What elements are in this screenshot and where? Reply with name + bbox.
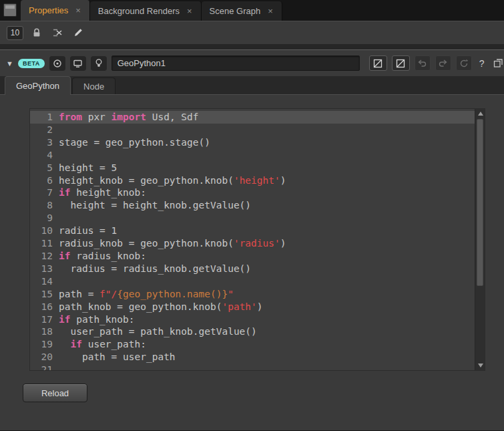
toggle-range-b-button[interactable] xyxy=(392,55,410,71)
close-icon[interactable]: × xyxy=(75,6,81,15)
tab-scene-graph[interactable]: Scene Graph × xyxy=(202,1,282,21)
target-icon xyxy=(53,59,62,68)
undo-arrow-icon xyxy=(417,59,427,67)
tab-background-renders[interactable]: Background Renders × xyxy=(90,1,202,21)
code-line[interactable]: 2 xyxy=(30,124,475,136)
tab-label: Background Renders xyxy=(98,6,180,16)
pane-menu-icon[interactable] xyxy=(3,3,17,17)
undo-button[interactable] xyxy=(415,55,431,71)
line-number: 20 xyxy=(30,351,53,364)
code-line[interactable]: 6height_knob = geo_python.knob('height') xyxy=(30,174,475,187)
geopython-node-panel: ▼ BETA xyxy=(0,49,504,431)
line-content: radius_knob = geo_python.knob('radius') xyxy=(59,237,286,250)
line-number: 18 xyxy=(30,325,53,338)
tab-label: Properties xyxy=(29,5,68,15)
lock-button[interactable] xyxy=(29,25,44,40)
line-number: 16 xyxy=(30,301,53,313)
redo-button[interactable] xyxy=(435,55,451,71)
code-line[interactable]: 20 path = user_path xyxy=(30,351,475,364)
code-editor[interactable]: 1from pxr import Usd, Sdf2 3stage = geo_… xyxy=(29,108,485,371)
code-line[interactable]: 7if height_knob: xyxy=(30,186,475,199)
lock-icon xyxy=(31,27,42,38)
line-number: 9 xyxy=(30,212,53,225)
center-node-button[interactable] xyxy=(49,56,65,71)
code-line[interactable]: 9 xyxy=(30,212,475,225)
line-content: stage = geo_python.stage() xyxy=(59,136,210,149)
monitor-icon xyxy=(73,59,83,68)
code-line[interactable]: 4 xyxy=(30,149,475,162)
line-number: 4 xyxy=(30,149,53,162)
scroll-thumb[interactable] xyxy=(477,119,483,286)
properties-toolbar: 10 xyxy=(0,21,504,44)
code-line[interactable]: 21 xyxy=(30,364,475,371)
code-line[interactable]: 17if path_knob: xyxy=(30,313,475,326)
tab-label: GeoPython xyxy=(16,81,59,91)
collapse-arrow-icon[interactable]: ▼ xyxy=(6,59,13,67)
code-line[interactable]: 13 radius = radius_knob.getValue() xyxy=(30,263,475,275)
diagonal-square-icon xyxy=(373,59,383,68)
lightbulb-icon xyxy=(94,58,103,68)
pane-tab-bar: Properties × Background Renders × Scene … xyxy=(0,0,504,21)
code-line[interactable]: 15path = f"/{geo_python.name()}" xyxy=(30,288,475,301)
code-line[interactable]: 14 xyxy=(30,275,475,288)
close-icon[interactable]: × xyxy=(186,7,193,15)
line-content: if user_path: xyxy=(59,338,146,351)
scroll-down-icon[interactable] xyxy=(475,361,485,370)
editor-scrollbar[interactable] xyxy=(475,109,485,370)
redo-arrow-icon xyxy=(438,59,448,67)
code-line[interactable]: 18 user_path = path_knob.getValue() xyxy=(30,325,475,338)
line-content xyxy=(59,124,65,136)
tab-properties[interactable]: Properties × xyxy=(21,0,90,21)
line-number: 7 xyxy=(30,186,53,199)
screen-button[interactable] xyxy=(70,56,86,71)
code-lines: 1from pxr import Usd, Sdf2 3stage = geo_… xyxy=(30,111,475,371)
toggle-range-a-button[interactable] xyxy=(369,55,387,71)
help-button[interactable]: ? xyxy=(477,58,487,69)
line-content: if radius_knob: xyxy=(59,250,146,263)
code-line[interactable]: 8 height = height_knob.getValue() xyxy=(30,199,475,212)
max-panels-input[interactable]: 10 xyxy=(7,26,23,40)
line-number: 21 xyxy=(30,364,53,371)
line-number: 3 xyxy=(30,136,53,149)
node-panel-tabs: GeoPython Node xyxy=(0,76,504,95)
line-content: path_knob = geo_python.knob('path') xyxy=(59,301,263,313)
code-line[interactable]: 3stage = geo_python.stage() xyxy=(30,136,475,149)
node-name-input[interactable] xyxy=(111,55,360,71)
line-number: 15 xyxy=(30,288,53,301)
revert-button[interactable] xyxy=(456,55,472,71)
float-panel-button[interactable] xyxy=(492,57,504,70)
code-line[interactable]: 12if radius_knob: xyxy=(30,250,475,263)
tab-geopython[interactable]: GeoPython xyxy=(5,76,71,95)
line-content: user_path = path_knob.getValue() xyxy=(59,325,257,338)
lightbulb-button[interactable] xyxy=(91,56,107,71)
line-number: 11 xyxy=(30,237,53,250)
line-number: 19 xyxy=(30,338,53,351)
code-line[interactable]: 16path_knob = geo_python.knob('path') xyxy=(30,301,475,313)
tab-node[interactable]: Node xyxy=(72,78,115,94)
node-panel-header: ▼ BETA xyxy=(0,50,504,76)
line-number: 13 xyxy=(30,263,53,275)
close-all-panels-button[interactable] xyxy=(50,25,65,40)
pencil-icon xyxy=(73,27,83,38)
line-content: height_knob = geo_python.knob('height') xyxy=(59,174,286,187)
beta-badge: BETA xyxy=(18,59,45,68)
line-content: radius = radius_knob.getValue() xyxy=(59,263,251,275)
reload-button[interactable]: Reload xyxy=(23,384,87,402)
code-line[interactable]: 11radius_knob = geo_python.knob('radius'… xyxy=(30,237,475,250)
code-line[interactable]: 19 if user_path: xyxy=(30,338,475,351)
separator xyxy=(0,44,504,49)
node-panel-body: 1from pxr import Usd, Sdf2 3stage = geo_… xyxy=(0,95,504,430)
edit-button[interactable] xyxy=(71,25,85,40)
line-content: radius = 1 xyxy=(59,225,117,237)
code-line[interactable]: 10radius = 1 xyxy=(30,225,475,237)
line-content: height = 5 xyxy=(59,162,117,174)
line-number: 6 xyxy=(30,174,53,187)
line-content xyxy=(59,149,65,162)
line-content: height = height_knob.getValue() xyxy=(59,199,251,212)
code-line[interactable]: 5height = 5 xyxy=(30,162,475,174)
scroll-up-icon[interactable] xyxy=(475,109,485,118)
code-line[interactable]: 1from pxr import Usd, Sdf xyxy=(30,111,475,124)
line-content: path = user_path xyxy=(59,351,176,364)
close-icon[interactable]: × xyxy=(267,7,274,15)
diagonal-square-icon xyxy=(396,59,405,68)
